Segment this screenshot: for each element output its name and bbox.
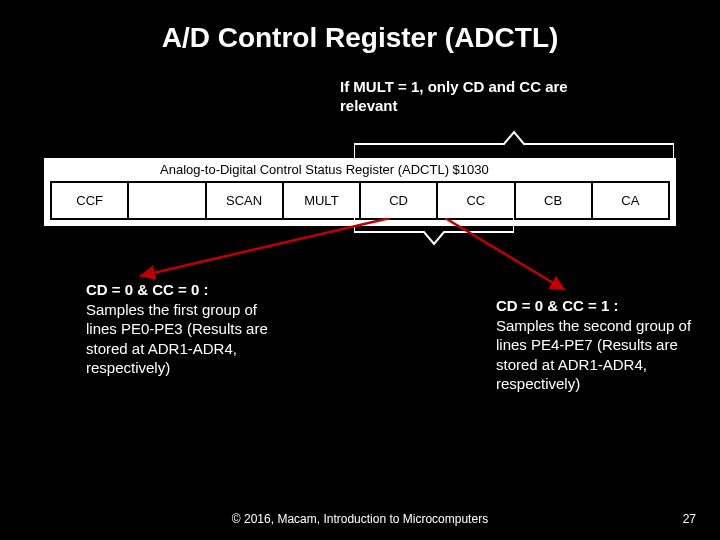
page-number: 27 [683,512,696,526]
bit-empty [129,183,206,218]
block-left-body: Samples the first group of lines PE0-PE3… [86,301,268,377]
bit-mult: MULT [284,183,361,218]
bracket-top [354,124,674,158]
bit-ca: CA [593,183,668,218]
block-right-heading: CD = 0 & CC = 1 : [496,297,619,314]
bit-ccf: CCF [52,183,129,218]
arrow-left [130,218,400,283]
register-diagram: Analog-to-Digital Control Status Registe… [44,158,676,226]
arrow-right [440,218,580,298]
note-mult: If MULT = 1, only CD and CC are relevant [340,78,600,116]
block-left-heading: CD = 0 & CC = 0 : [86,281,209,298]
bit-cb: CB [516,183,593,218]
footer-copyright: © 2016, Macam, Introduction to Microcomp… [0,512,720,526]
bit-cc: CC [438,183,515,218]
bit-cd: CD [361,183,438,218]
svg-line-0 [140,218,390,276]
bit-scan: SCAN [207,183,284,218]
register-table: CCF SCAN MULT CD CC CB CA [50,181,670,220]
block-right-body: Samples the second group of lines PE4-PE… [496,317,691,393]
block-cd0-cc0: CD = 0 & CC = 0 : Samples the first grou… [86,280,286,378]
page-title: A/D Control Register (ADCTL) [0,22,720,54]
svg-line-1 [445,218,565,290]
block-cd0-cc1: CD = 0 & CC = 1 : Samples the second gro… [496,296,696,394]
register-caption: Analog-to-Digital Control Status Registe… [160,162,670,177]
